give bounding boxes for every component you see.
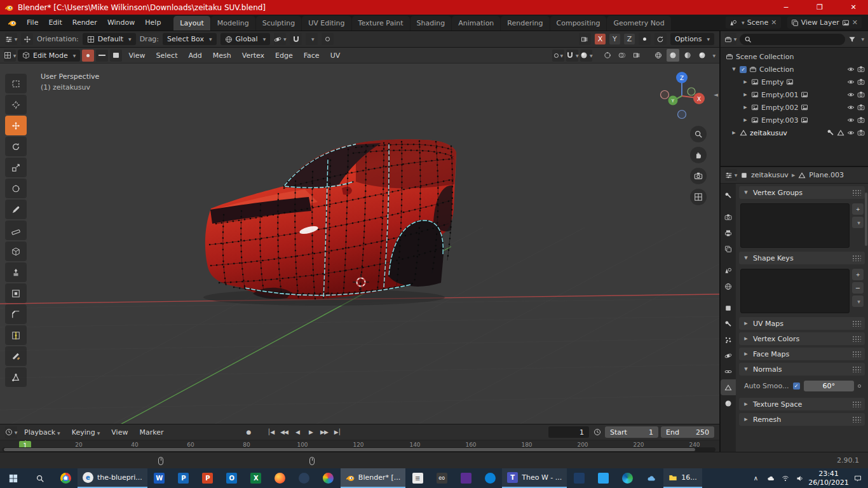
outliner-row-zeitakusuv[interactable]: ▶ zeitakusuv [721,126,868,139]
gizmo-axis-neg-z[interactable] [678,111,686,119]
mirror-x-toggle[interactable]: X [595,34,606,44]
frame-end-field[interactable]: End250 [661,426,714,438]
taskbar-app-dark-icon[interactable]: eo [430,468,454,488]
tool-scale-button[interactable] [5,158,27,177]
timeline-ruler[interactable]: 20 40 60 80 100 120 140 160 180 200 220 … [0,440,719,452]
panel-grip[interactable] [852,351,861,357]
render-visibility-icon[interactable] [857,129,865,137]
menu-window[interactable]: Window [102,15,140,30]
viewport-menu-uv[interactable]: UV [326,51,345,60]
hide-eye-icon[interactable] [847,65,855,73]
workspace-tab-modeling[interactable]: Modeling [211,16,255,30]
workspace-tab-uv-editing[interactable]: UV Editing [302,16,351,30]
xray-toggle-button[interactable] [630,49,643,62]
shape-keys-list[interactable] [740,269,850,313]
scene-selector[interactable]: ▼ Scene ✕ [726,17,780,29]
transform-pivot-button[interactable]: ▼ [274,33,286,45]
render-visibility-icon[interactable] [857,104,865,111]
shading-rendered-button[interactable] [696,49,709,62]
minimize-button[interactable]: ─ [771,0,801,15]
expand-icon[interactable]: ▶ [742,92,749,97]
auto-keying-button[interactable]: ● [243,426,254,438]
face-select-toggle[interactable] [110,50,122,62]
panel-grip[interactable] [852,366,861,372]
outliner-row-empty[interactable]: ▶ Empty [721,76,868,88]
proportional-edit-button[interactable] [322,33,334,45]
panel-remesh[interactable]: ▶Remesh [739,413,865,426]
render-visibility-icon[interactable] [857,116,865,124]
play-reverse-button[interactable]: ◀ [292,426,302,438]
panel-grip[interactable] [852,189,861,196]
taskbar-app-purple-icon[interactable] [454,468,478,488]
render-visibility-icon[interactable] [857,91,865,98]
add-shape-key-button[interactable]: ＋ [852,269,864,280]
show-gizmo-button[interactable] [601,49,614,62]
keying-menu[interactable]: Keying▼ [67,428,105,437]
hide-eye-icon[interactable] [847,129,855,137]
menu-help[interactable]: Help [140,15,166,30]
expand-icon[interactable]: ▶ [742,118,749,123]
view-layer-selector[interactable]: View Layer ✕ [787,17,862,29]
taskbar-search-icon[interactable] [27,468,53,488]
taskbar-clock[interactable]: 23:41 26/10/2021 [807,470,850,487]
tool-annotate-button[interactable] [5,200,27,219]
vertex-group-specials-button[interactable]: ▼ [852,217,864,228]
shading-options-chevron-icon[interactable]: ▼ [712,53,715,58]
taskbar-powerpoint-icon[interactable]: P [196,468,220,488]
jump-to-start-button[interactable]: │◀ [265,426,276,438]
frame-start-field[interactable]: Start1 [605,426,658,438]
snap-magnet-button[interactable]: ▼ [566,50,578,62]
taskbar-blender-window[interactable]: Blender* [... [341,468,405,488]
pivot-point-button[interactable]: ▼ [552,50,564,62]
vertex-groups-list[interactable] [740,203,850,248]
filter-chevron-icon[interactable]: ▼ [861,37,864,41]
outliner-row-scene-collection[interactable]: Scene Collection [721,50,868,63]
taskbar-steam-icon[interactable] [292,468,316,488]
zoom-icon[interactable] [690,126,707,142]
viewport-menu-select[interactable]: Select [152,51,182,60]
panel-grip[interactable] [852,255,861,261]
hide-eye-icon[interactable] [847,78,855,86]
viewport-menu-face[interactable]: Face [299,51,324,60]
marker-menu[interactable]: Marker [135,428,168,437]
viewport-menu-add[interactable]: Add [184,51,206,60]
tool-measure-button[interactable] [5,220,27,240]
expand-icon[interactable]: ▶ [742,79,749,85]
tab-object-data[interactable] [721,379,736,395]
expand-icon[interactable]: ▶ [742,105,749,110]
workspace-tab-compositing[interactable]: Compositing [550,16,607,30]
tool-extrude-button[interactable] [5,262,27,282]
auto-smooth-checkbox[interactable]: ✓ [793,383,800,390]
navigation-gizmo[interactable]: Y Z X [654,69,709,123]
taskbar-onedrive-icon[interactable] [639,468,663,488]
mode-dropdown[interactable]: Edit Mode▼ [18,50,80,62]
tab-output[interactable] [721,225,736,241]
outliner-row-empty-002[interactable]: ▶ Empty.002 [721,101,868,114]
panel-grip[interactable] [852,416,861,423]
tab-world[interactable] [721,278,736,294]
tool-knife-button[interactable] [5,346,27,366]
shading-wireframe-button[interactable] [652,49,665,62]
camera-view-icon[interactable] [690,168,707,184]
tab-view-layer[interactable] [721,241,736,257]
timeline-editor-icon[interactable]: ▼ [5,426,17,438]
properties-scrollbar[interactable] [865,193,867,246]
outliner-search[interactable] [740,34,845,45]
panel-face-maps[interactable]: ▶Face Maps [739,348,865,360]
outliner-row-collection[interactable]: ▼ ✓ Collection [721,63,868,76]
hide-eye-icon[interactable] [847,104,855,111]
tray-expand-icon[interactable]: ∧ [749,475,763,482]
taskbar-vscode-icon[interactable] [591,468,615,488]
taskbar-edge-icon[interactable] [615,468,639,488]
taskbar-app-navy-icon[interactable] [567,468,591,488]
new-view-layer-icon[interactable] [842,19,850,27]
panel-grip[interactable] [852,320,861,327]
tab-physics[interactable] [721,348,736,363]
viewport-menu-view[interactable]: View [124,51,149,60]
tool-transform-button[interactable] [5,179,27,198]
taskbar-outlook-icon[interactable]: O [220,468,244,488]
timeline-view-menu[interactable]: View [107,428,132,437]
menu-edit[interactable]: Edit [43,15,67,30]
mirror-z-toggle[interactable]: Z [624,34,635,44]
workspace-tab-geometry-nodes[interactable]: Geometry Nod [607,16,670,30]
